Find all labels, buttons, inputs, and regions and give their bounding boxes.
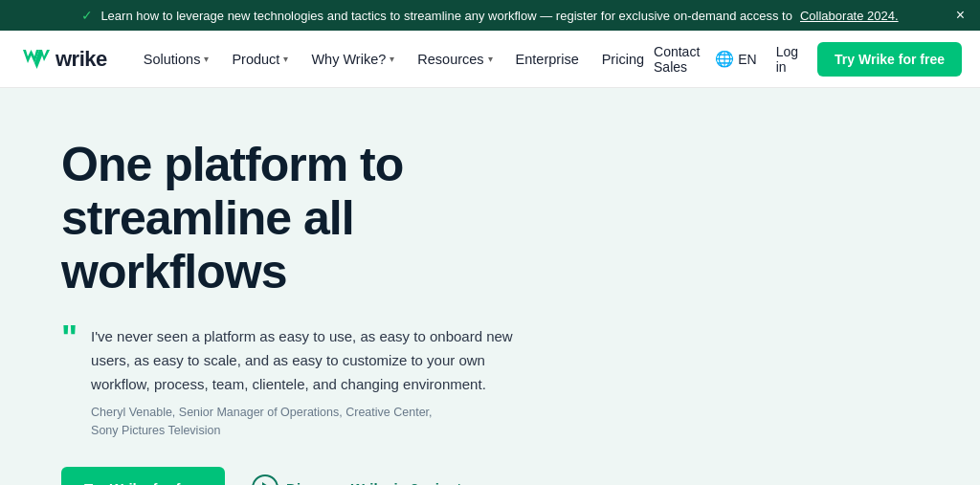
language-selector[interactable]: 🌐 EN <box>715 50 756 68</box>
nav-label-enterprise: Enterprise <box>516 52 579 67</box>
banner-text: Learn how to leverage new technologies a… <box>100 9 792 23</box>
check-icon: ✓ <box>81 8 93 23</box>
quote-content: I've never seen a platform as easy to us… <box>91 325 532 440</box>
logo-text: wrike <box>56 47 107 72</box>
quote-attribution: Cheryl Venable, Senior Manager of Operat… <box>91 404 532 440</box>
nav-item-pricing[interactable]: Pricing <box>592 44 654 75</box>
banner-link[interactable]: Collaborate 2024. <box>800 9 899 23</box>
globe-icon: 🌐 <box>715 50 734 68</box>
chevron-down-icon: ▾ <box>283 54 288 64</box>
nav-label-solutions: Solutions <box>144 52 201 67</box>
login-link[interactable]: Log in <box>772 36 802 82</box>
nav-cta-button[interactable]: Try Wrike for free <box>817 42 962 77</box>
nav-label-pricing: Pricing <box>602 52 644 67</box>
nav-item-why-wrike[interactable]: Why Wrike? ▾ <box>301 44 404 75</box>
chevron-down-icon: ▾ <box>488 54 493 64</box>
chevron-down-icon: ▾ <box>204 54 209 64</box>
hero-actions: Try Wrike for free Discover Wrike in 3 m… <box>61 467 532 485</box>
nav-item-enterprise[interactable]: Enterprise <box>506 44 589 75</box>
nav-item-product[interactable]: Product ▾ <box>222 44 298 75</box>
hero-title: One platform to streamline all workflows <box>61 138 532 298</box>
banner-close-button[interactable]: × <box>956 8 965 23</box>
discover-button[interactable]: Discover Wrike in 3 minutes <box>252 474 478 485</box>
nav-item-solutions[interactable]: Solutions ▾ <box>134 44 219 75</box>
quote-mark-icon: " <box>61 321 78 356</box>
chevron-down-icon: ▾ <box>390 54 394 64</box>
announcement-banner: ✓ Learn how to leverage new technologies… <box>0 0 980 31</box>
quote-text: I've never seen a platform as easy to us… <box>91 325 532 396</box>
nav-label-product: Product <box>232 52 279 67</box>
play-icon <box>252 474 278 485</box>
nav-label-resources: Resources <box>417 52 483 67</box>
wrike-logo-icon <box>23 50 50 69</box>
nav-label-why-wrike: Why Wrike? <box>311 52 386 67</box>
testimonial-quote: " I've never seen a platform as easy to … <box>61 325 532 440</box>
nav-right: Contact Sales 🌐 EN Log in Try Wrike for … <box>654 36 962 82</box>
hero-cta-button[interactable]: Try Wrike for free <box>61 467 225 485</box>
language-label: EN <box>738 52 756 67</box>
contact-sales-link[interactable]: Contact Sales <box>654 44 700 75</box>
hero-section: One platform to streamline all workflows… <box>0 88 593 485</box>
discover-label: Discover Wrike in 3 minutes <box>286 480 478 485</box>
nav-links: Solutions ▾ Product ▾ Why Wrike? ▾ Resou… <box>134 44 654 75</box>
logo[interactable]: wrike <box>23 47 107 72</box>
main-navigation: wrike Solutions ▾ Product ▾ Why Wrike? ▾… <box>0 31 980 88</box>
nav-item-resources[interactable]: Resources ▾ <box>408 44 501 75</box>
